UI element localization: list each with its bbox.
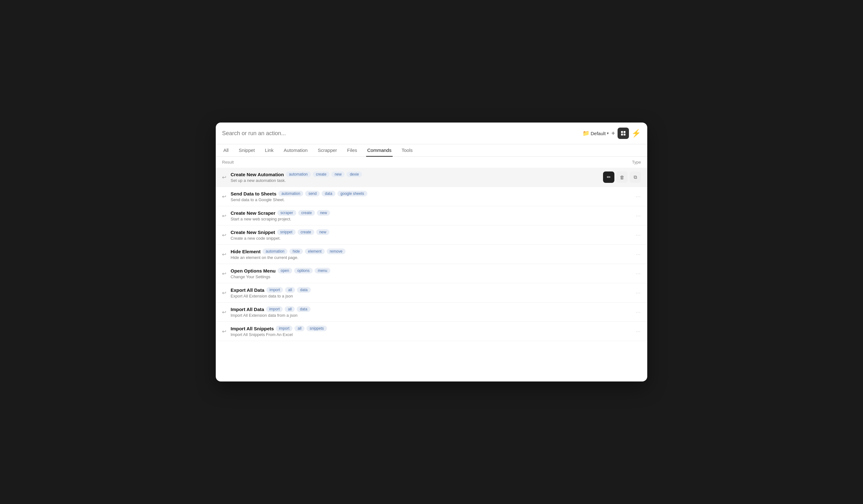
table-row[interactable]: ↩ Export All Data import all data Export… — [216, 283, 647, 303]
command-info: Open Options Menu open options menu Chan… — [230, 268, 636, 279]
tag-snippets: snippets — [307, 326, 327, 331]
tab-tools[interactable]: Tools — [400, 144, 414, 156]
command-info: Export All Data import all data Export A… — [230, 287, 636, 299]
tag-options: options — [294, 268, 313, 274]
add-button[interactable]: + — [611, 130, 615, 136]
command-name: Send Data to Sheets — [230, 191, 276, 197]
tag-element: element — [305, 249, 325, 254]
command-name: Import All Data — [230, 307, 264, 312]
tag-all: all — [285, 306, 295, 312]
command-desc: Change Your Settings — [230, 274, 636, 279]
row-menu[interactable]: ⋯ — [636, 232, 641, 238]
command-title-row: Create New Automation automation create … — [230, 172, 603, 177]
type-col-header: Type — [632, 160, 641, 165]
command-name: Import All Snippets — [230, 326, 274, 331]
tab-files[interactable]: Files — [346, 144, 359, 156]
row-menu[interactable]: ⋯ — [636, 251, 641, 257]
row-menu[interactable]: ⋯ — [636, 213, 641, 219]
command-desc: Create a new code snippet. — [230, 236, 636, 241]
tag-import: import — [276, 326, 292, 331]
tag-snippet: snippet — [277, 229, 296, 235]
command-title-row: Create New Snippet snippet create new — [230, 229, 636, 235]
lightning-button[interactable]: ⚡ — [631, 129, 641, 138]
tab-all[interactable]: All — [222, 144, 230, 156]
main-window: 📁 Default ▾ + ⚡ All Snippet Link Automat… — [216, 123, 647, 381]
search-input[interactable] — [222, 130, 579, 137]
enter-icon: ↩ — [222, 290, 226, 296]
table-row[interactable]: ↩ Import All Snippets import all snippet… — [216, 322, 647, 341]
table-row[interactable]: ↩ Hide Element automation hide element r… — [216, 245, 647, 264]
enter-icon: ↩ — [222, 251, 226, 257]
command-name: Open Options Menu — [230, 268, 276, 274]
command-desc: Export All Extension data to a json — [230, 294, 636, 299]
command-desc: Import All Snippets From An Excel — [230, 332, 636, 337]
table-row[interactable]: ↩ Create New Automation automation creat… — [216, 168, 647, 187]
row-menu[interactable]: ⋯ — [636, 309, 641, 315]
header-right: 📁 Default ▾ + ⚡ — [583, 128, 641, 139]
enter-icon: ↩ — [222, 309, 226, 315]
tag-new: new — [317, 210, 330, 216]
command-name: Create New Scraper — [230, 210, 275, 216]
enter-icon: ↩ — [222, 213, 226, 219]
row-actions: ✏ 🗑 ⧉ — [603, 172, 641, 183]
tag-create: create — [298, 229, 314, 235]
command-title-row: Create New Scraper scraper create new — [230, 210, 636, 216]
command-info: Create New Snippet snippet create new Cr… — [230, 229, 636, 241]
table-row[interactable]: ↩ Import All Data import all data Import… — [216, 303, 647, 322]
copy-button[interactable]: ⧉ — [629, 172, 641, 183]
tag-dexie: dexie — [347, 172, 362, 177]
command-info: Create New Scraper scraper create new St… — [230, 210, 636, 222]
command-desc: Import All Extension data from a json — [230, 313, 636, 318]
command-desc: Send data to a Google Sheet. — [230, 197, 636, 202]
table-row[interactable]: ↩ Open Options Menu open options menu Ch… — [216, 264, 647, 283]
tag-automation: automation — [286, 172, 311, 177]
enter-icon: ↩ — [222, 174, 226, 180]
grid-button[interactable] — [617, 128, 629, 139]
command-title-row: Open Options Menu open options menu — [230, 268, 636, 274]
tag-data: data — [322, 191, 335, 197]
command-desc: Start a new web scraping project. — [230, 217, 636, 222]
tag-create: create — [313, 172, 329, 177]
tag-automation: automation — [263, 249, 287, 254]
table-row[interactable]: ↩ Create New Snippet snippet create new … — [216, 226, 647, 245]
workspace-selector[interactable]: 📁 Default ▾ — [583, 130, 609, 137]
command-info: Hide Element automation hide element rem… — [230, 249, 636, 260]
workspace-chevron[interactable]: ▾ — [607, 131, 609, 136]
enter-icon: ↩ — [222, 193, 226, 200]
command-title-row: Import All Snippets import all snippets — [230, 326, 636, 331]
edit-button[interactable]: ✏ — [603, 172, 614, 183]
tag-remove: remove — [327, 249, 346, 254]
tag-google-sheets: google sheets — [337, 191, 367, 197]
workspace-label: Default — [591, 131, 606, 136]
command-info: Import All Snippets import all snippets … — [230, 326, 636, 337]
enter-icon: ↩ — [222, 270, 226, 277]
tag-import: import — [266, 306, 283, 312]
table-header: Result Type — [216, 156, 647, 168]
row-menu[interactable]: ⋯ — [636, 270, 641, 277]
command-name: Hide Element — [230, 249, 261, 254]
command-name: Create New Snippet — [230, 230, 275, 235]
tag-scraper: scraper — [277, 210, 296, 216]
tag-automation: automation — [278, 191, 303, 197]
grid-icon — [621, 131, 625, 136]
tab-automation[interactable]: Automation — [283, 144, 309, 156]
tag-all: all — [285, 287, 295, 293]
tab-commands[interactable]: Commands — [366, 144, 393, 156]
command-name: Export All Data — [230, 287, 264, 293]
table-row[interactable]: ↩ Send Data to Sheets automation send da… — [216, 187, 647, 206]
command-name: Create New Automation — [230, 172, 284, 177]
row-menu[interactable]: ⋯ — [636, 328, 641, 335]
command-title-row: Hide Element automation hide element rem… — [230, 249, 636, 254]
folder-icon: 📁 — [583, 130, 589, 137]
tag-data: data — [297, 306, 310, 312]
tab-link[interactable]: Link — [264, 144, 275, 156]
table-row[interactable]: ↩ Create New Scraper scraper create new … — [216, 206, 647, 226]
tab-scrapper[interactable]: Scrapper — [316, 144, 338, 156]
tag-import: import — [266, 287, 283, 293]
row-menu[interactable]: ⋯ — [636, 193, 641, 200]
delete-button[interactable]: 🗑 — [616, 172, 628, 183]
command-info: Import All Data import all data Import A… — [230, 306, 636, 318]
tab-snippet[interactable]: Snippet — [238, 144, 256, 156]
row-menu[interactable]: ⋯ — [636, 290, 641, 296]
enter-icon: ↩ — [222, 328, 226, 335]
